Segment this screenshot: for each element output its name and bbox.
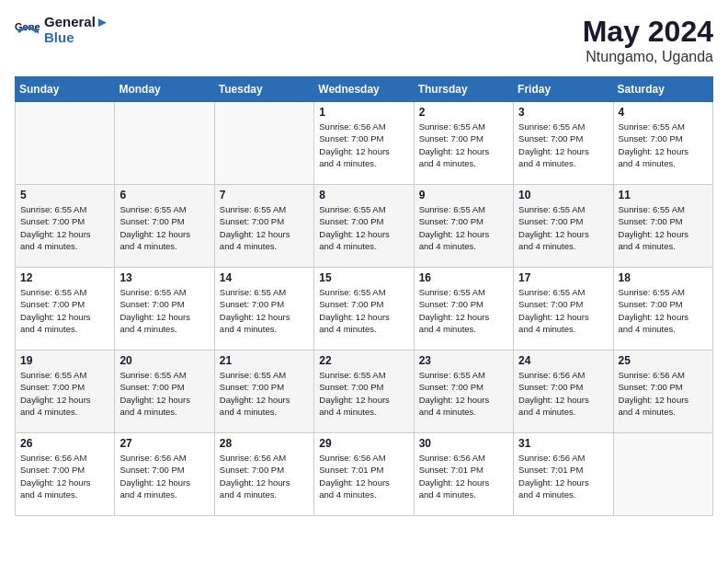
day-info: Sunrise: 6:55 AM Sunset: 7:00 PM Dayligh…: [119, 286, 209, 335]
calendar-day-cell: 27Sunrise: 6:56 AM Sunset: 7:00 PM Dayli…: [115, 433, 214, 516]
day-number: 25: [619, 354, 708, 367]
day-info: Sunrise: 6:55 AM Sunset: 7:00 PM Dayligh…: [20, 286, 109, 335]
calendar-day-cell: 18Sunrise: 6:55 AM Sunset: 7:00 PM Dayli…: [613, 268, 712, 350]
calendar-day-cell: 29Sunrise: 6:56 AM Sunset: 7:01 PM Dayli…: [314, 433, 414, 516]
calendar-week-row: 1Sunrise: 6:56 AM Sunset: 7:00 PM Daylig…: [16, 102, 713, 185]
day-number: 7: [220, 189, 309, 201]
calendar-day-cell: 14Sunrise: 6:55 AM Sunset: 7:00 PM Dayli…: [214, 268, 313, 350]
day-info: Sunrise: 6:55 AM Sunset: 7:00 PM Dayligh…: [220, 203, 309, 252]
day-info: Sunrise: 6:55 AM Sunset: 7:00 PM Dayligh…: [220, 286, 309, 335]
day-info: Sunrise: 6:56 AM Sunset: 7:00 PM Dayligh…: [20, 452, 109, 500]
calendar-day-cell: [214, 102, 313, 185]
day-info: Sunrise: 6:55 AM Sunset: 7:00 PM Dayligh…: [419, 203, 508, 252]
day-info: Sunrise: 6:55 AM Sunset: 7:00 PM Dayligh…: [319, 369, 408, 418]
day-info: Sunrise: 6:56 AM Sunset: 7:00 PM Dayligh…: [518, 369, 608, 418]
calendar-day-cell: 24Sunrise: 6:56 AM Sunset: 7:00 PM Dayli…: [514, 350, 613, 433]
calendar-day-cell: 8Sunrise: 6:55 AM Sunset: 7:00 PM Daylig…: [314, 185, 414, 268]
weekday-header-row: SundayMondayTuesdayWednesdayThursdayFrid…: [16, 77, 713, 102]
day-number: 17: [518, 271, 608, 284]
logo-icon: General: [15, 17, 40, 43]
calendar-day-cell: 6Sunrise: 6:55 AM Sunset: 7:00 PM Daylig…: [115, 185, 214, 268]
calendar-day-cell: 9Sunrise: 6:55 AM Sunset: 7:00 PM Daylig…: [414, 185, 513, 268]
day-info: Sunrise: 6:55 AM Sunset: 7:00 PM Dayligh…: [220, 369, 309, 418]
calendar-day-cell: 10Sunrise: 6:55 AM Sunset: 7:00 PM Dayli…: [514, 185, 613, 268]
day-number: 9: [419, 189, 508, 201]
day-info: Sunrise: 6:56 AM Sunset: 7:00 PM Dayligh…: [119, 452, 209, 500]
weekday-header-cell: Thursday: [414, 77, 513, 102]
day-number: 29: [319, 437, 408, 450]
day-info: Sunrise: 6:55 AM Sunset: 7:00 PM Dayligh…: [119, 369, 209, 418]
weekday-header-cell: Tuesday: [214, 77, 313, 102]
day-number: 4: [619, 106, 708, 119]
calendar-day-cell: [16, 102, 115, 185]
day-info: Sunrise: 6:55 AM Sunset: 7:00 PM Dayligh…: [619, 286, 708, 335]
logo-text: General► Blue: [44, 15, 109, 45]
day-number: 23: [419, 354, 508, 367]
day-number: 16: [419, 271, 508, 284]
day-number: 22: [319, 354, 408, 367]
logo: General General► Blue: [15, 15, 109, 45]
calendar-week-row: 26Sunrise: 6:56 AM Sunset: 7:00 PM Dayli…: [16, 433, 713, 516]
day-info: Sunrise: 6:55 AM Sunset: 7:00 PM Dayligh…: [119, 203, 209, 252]
calendar-day-cell: 1Sunrise: 6:56 AM Sunset: 7:00 PM Daylig…: [314, 102, 414, 185]
day-info: Sunrise: 6:55 AM Sunset: 7:00 PM Dayligh…: [20, 369, 109, 418]
calendar-day-cell: 26Sunrise: 6:56 AM Sunset: 7:00 PM Dayli…: [16, 433, 115, 516]
page-header: General General► Blue May 2024 Ntungamo,…: [15, 15, 713, 65]
calendar-week-row: 12Sunrise: 6:55 AM Sunset: 7:00 PM Dayli…: [16, 268, 713, 350]
calendar-day-cell: 23Sunrise: 6:55 AM Sunset: 7:00 PM Dayli…: [414, 350, 513, 433]
day-number: 19: [20, 354, 109, 367]
day-number: 6: [119, 189, 209, 201]
day-info: Sunrise: 6:56 AM Sunset: 7:00 PM Dayligh…: [319, 121, 408, 169]
day-number: 11: [619, 189, 708, 201]
day-number: 3: [518, 106, 608, 119]
day-number: 10: [518, 189, 608, 201]
day-info: Sunrise: 6:55 AM Sunset: 7:00 PM Dayligh…: [518, 286, 608, 335]
calendar-day-cell: 2Sunrise: 6:55 AM Sunset: 7:00 PM Daylig…: [414, 102, 513, 185]
calendar-day-cell: 15Sunrise: 6:55 AM Sunset: 7:00 PM Dayli…: [314, 268, 414, 350]
weekday-header-cell: Friday: [514, 77, 613, 102]
day-number: 15: [319, 271, 408, 284]
calendar-day-cell: 20Sunrise: 6:55 AM Sunset: 7:00 PM Dayli…: [115, 350, 214, 433]
calendar-day-cell: 21Sunrise: 6:55 AM Sunset: 7:00 PM Dayli…: [214, 350, 313, 433]
day-info: Sunrise: 6:56 AM Sunset: 7:01 PM Dayligh…: [518, 452, 608, 500]
day-info: Sunrise: 6:55 AM Sunset: 7:00 PM Dayligh…: [619, 121, 708, 169]
day-info: Sunrise: 6:56 AM Sunset: 7:00 PM Dayligh…: [220, 452, 309, 500]
calendar-table: SundayMondayTuesdayWednesdayThursdayFrid…: [15, 76, 713, 516]
calendar-day-cell: 4Sunrise: 6:55 AM Sunset: 7:00 PM Daylig…: [613, 102, 712, 185]
calendar-day-cell: 30Sunrise: 6:56 AM Sunset: 7:01 PM Dayli…: [414, 433, 513, 516]
day-info: Sunrise: 6:56 AM Sunset: 7:01 PM Dayligh…: [419, 452, 508, 500]
day-info: Sunrise: 6:55 AM Sunset: 7:00 PM Dayligh…: [619, 203, 708, 252]
day-info: Sunrise: 6:56 AM Sunset: 7:00 PM Dayligh…: [619, 369, 708, 418]
calendar-week-row: 19Sunrise: 6:55 AM Sunset: 7:00 PM Dayli…: [16, 350, 713, 433]
title-block: May 2024 Ntungamo, Uganda: [583, 15, 713, 65]
calendar-body: 1Sunrise: 6:56 AM Sunset: 7:00 PM Daylig…: [16, 102, 713, 516]
weekday-header-cell: Saturday: [613, 77, 712, 102]
day-number: 30: [419, 437, 508, 450]
day-number: 5: [20, 189, 109, 201]
day-number: 20: [119, 354, 209, 367]
day-number: 8: [319, 189, 408, 201]
calendar-day-cell: 12Sunrise: 6:55 AM Sunset: 7:00 PM Dayli…: [16, 268, 115, 350]
weekday-header-cell: Wednesday: [314, 77, 414, 102]
calendar-day-cell: [115, 102, 214, 185]
calendar-week-row: 5Sunrise: 6:55 AM Sunset: 7:00 PM Daylig…: [16, 185, 713, 268]
location-subtitle: Ntungamo, Uganda: [583, 49, 713, 65]
calendar-day-cell: 28Sunrise: 6:56 AM Sunset: 7:00 PM Dayli…: [214, 433, 313, 516]
calendar-day-cell: 11Sunrise: 6:55 AM Sunset: 7:00 PM Dayli…: [613, 185, 712, 268]
day-number: 14: [220, 271, 309, 284]
calendar-day-cell: 5Sunrise: 6:55 AM Sunset: 7:00 PM Daylig…: [16, 185, 115, 268]
day-number: 28: [220, 437, 309, 450]
day-info: Sunrise: 6:55 AM Sunset: 7:00 PM Dayligh…: [518, 203, 608, 252]
day-number: 2: [419, 106, 508, 119]
day-number: 12: [20, 271, 109, 284]
day-number: 21: [220, 354, 309, 367]
day-number: 24: [518, 354, 608, 367]
day-info: Sunrise: 6:55 AM Sunset: 7:00 PM Dayligh…: [319, 286, 408, 335]
day-info: Sunrise: 6:55 AM Sunset: 7:00 PM Dayligh…: [518, 121, 608, 169]
day-number: 31: [518, 437, 608, 450]
calendar-day-cell: [613, 433, 712, 516]
day-number: 18: [619, 271, 708, 284]
calendar-day-cell: 13Sunrise: 6:55 AM Sunset: 7:00 PM Dayli…: [115, 268, 214, 350]
weekday-header-cell: Monday: [115, 77, 214, 102]
weekday-header-cell: Sunday: [16, 77, 115, 102]
